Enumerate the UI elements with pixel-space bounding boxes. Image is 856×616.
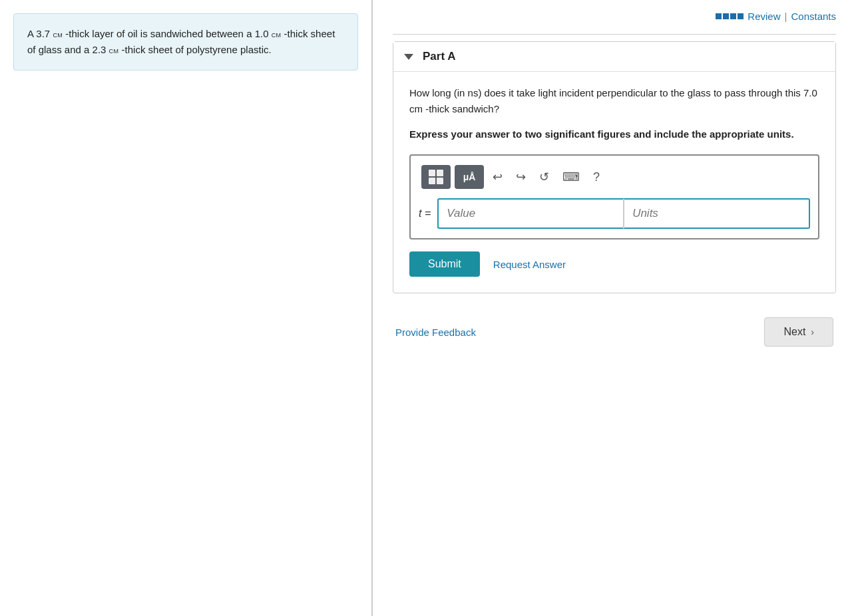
separator: | <box>785 11 787 22</box>
matrix-icon <box>429 170 443 184</box>
help-button[interactable]: ? <box>588 168 604 187</box>
review-icon <box>716 13 744 19</box>
express-instruction: Express your answer to two significant f… <box>409 126 819 142</box>
input-row: t = <box>419 198 810 229</box>
question-text: How long (in ns) does it take light inci… <box>409 85 819 117</box>
mu-label: μÅ <box>463 172 476 182</box>
part-section: Part A How long (in ns) does it take lig… <box>393 41 836 293</box>
units-input[interactable] <box>624 198 810 229</box>
next-chevron-icon: › <box>811 327 814 337</box>
part-body: How long (in ns) does it take light inci… <box>393 72 835 293</box>
problem-text: A 3.7 cm -thick layer of oil is sandwich… <box>27 28 335 55</box>
left-panel: A 3.7 cm -thick layer of oil is sandwich… <box>0 0 373 616</box>
request-answer-link[interactable]: Request Answer <box>493 259 566 270</box>
part-header[interactable]: Part A <box>393 42 835 72</box>
problem-box: A 3.7 cm -thick layer of oil is sandwich… <box>13 13 358 71</box>
chevron-down-icon <box>404 54 413 60</box>
part-title: Part A <box>423 50 455 63</box>
divider <box>393 34 836 35</box>
keyboard-button[interactable]: ⌨ <box>558 167 584 187</box>
constants-link[interactable]: Constants <box>791 11 836 22</box>
undo-button[interactable]: ↩ <box>488 167 507 187</box>
bottom-bar: Provide Feedback Next › <box>393 317 836 347</box>
next-button[interactable]: Next › <box>764 317 833 347</box>
review-link[interactable]: Review <box>748 11 780 22</box>
equation-label: t = <box>419 208 431 220</box>
matrix-button[interactable] <box>421 165 451 189</box>
next-label: Next <box>783 326 805 338</box>
value-input[interactable] <box>437 198 624 229</box>
right-panel: Review | Constants Part A How long (in n… <box>373 0 856 616</box>
toolbar: μÅ ↩ ↪ ↺ ⌨ ? <box>419 162 810 192</box>
action-row: Submit Request Answer <box>409 251 819 277</box>
answer-box: μÅ ↩ ↪ ↺ ⌨ ? t = <box>409 154 819 239</box>
top-bar: Review | Constants <box>393 11 836 22</box>
submit-button[interactable]: Submit <box>409 251 480 277</box>
redo-button[interactable]: ↪ <box>511 167 531 187</box>
feedback-link[interactable]: Provide Feedback <box>395 327 476 338</box>
mu-button[interactable]: μÅ <box>455 165 484 189</box>
reload-button[interactable]: ↺ <box>535 167 554 187</box>
